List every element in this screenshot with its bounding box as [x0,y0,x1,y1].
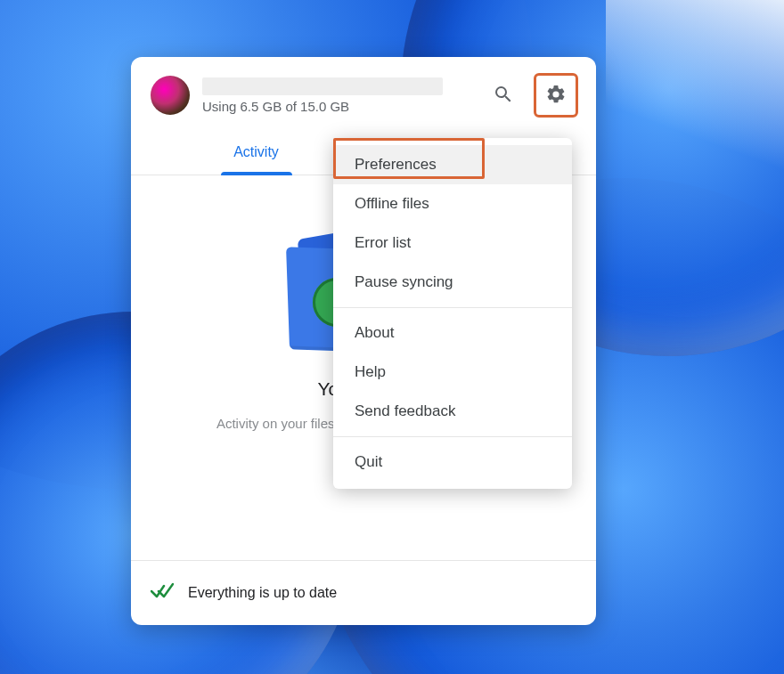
menu-item-label: Send feedback [355,402,455,419]
menu-item-about[interactable]: About [333,313,572,353]
settings-menu: Preferences Offline files Error list Pau… [333,138,572,489]
search-button[interactable] [486,77,521,113]
menu-item-preferences[interactable]: Preferences [333,145,572,184]
menu-item-send-feedback[interactable]: Send feedback [333,392,572,431]
tab-activity[interactable]: Activity [149,132,363,175]
menu-item-help[interactable]: Help [333,353,572,392]
menu-item-error-list[interactable]: Error list [333,223,572,263]
menu-item-label: Help [355,363,386,380]
menu-item-offline-files[interactable]: Offline files [333,184,572,223]
account-info: Using 6.5 GB of 15.0 GB [202,77,473,114]
double-check-icon [151,582,174,604]
tab-activity-label: Activity [233,144,279,159]
settings-highlight-box [534,73,578,118]
menu-item-label: Preferences [355,156,437,173]
menu-separator [333,436,572,437]
background-light [606,0,784,178]
storage-usage-text: Using 6.5 GB of 15.0 GB [202,99,473,114]
search-icon [493,84,514,108]
menu-item-pause-syncing[interactable]: Pause syncing [333,263,572,302]
settings-button[interactable] [538,77,574,113]
menu-item-label: Quit [355,453,382,470]
menu-item-label: Error list [355,234,411,251]
menu-item-label: Pause syncing [355,273,453,290]
panel-footer: Everything is up to date [131,560,596,625]
footer-status-text: Everything is up to date [188,585,337,601]
menu-item-quit[interactable]: Quit [333,443,572,482]
menu-item-label: Offline files [355,195,429,212]
menu-item-label: About [355,324,394,341]
gear-icon [545,84,567,108]
menu-separator [333,307,572,308]
avatar[interactable] [151,76,190,115]
account-name-redacted [202,77,443,95]
panel-header: Using 6.5 GB of 15.0 GB [131,57,596,126]
